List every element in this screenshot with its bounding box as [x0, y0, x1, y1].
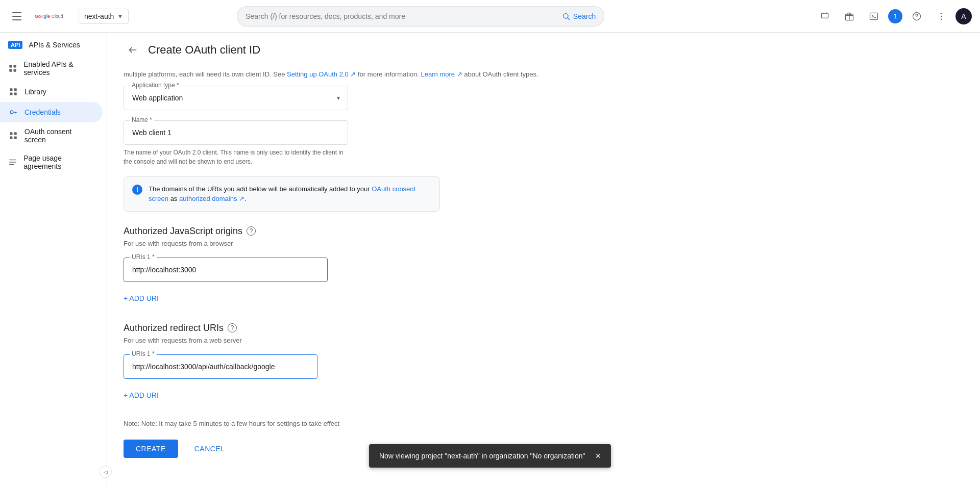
- svg-rect-21: [14, 88, 17, 91]
- api-badge: API: [8, 41, 22, 49]
- js-origins-add-uri-label: + ADD URI: [124, 294, 159, 302]
- js-origins-uri-input[interactable]: [124, 258, 328, 282]
- page-icon: [8, 157, 17, 167]
- page-header: Create OAuth client ID: [124, 41, 550, 59]
- main-layout: API APIs & Services Enabled APIs & servi…: [0, 33, 980, 488]
- project-name: next-auth: [84, 12, 114, 20]
- key-icon: [8, 107, 18, 117]
- name-hint: The name of your OAuth 2.0 client. This …: [124, 148, 348, 166]
- search-wrapper: Search: [237, 6, 604, 27]
- redirect-uris-input[interactable]: [124, 354, 317, 379]
- svg-line-2: [568, 18, 570, 20]
- svg-rect-28: [10, 132, 12, 135]
- sidebar-item-label: OAuth consent screen: [24, 127, 94, 144]
- search-input[interactable]: [237, 6, 554, 27]
- application-type-label: Application type *: [130, 82, 181, 89]
- account-circle[interactable]: 1: [888, 9, 902, 23]
- help-icon: [912, 11, 922, 21]
- application-type-select[interactable]: Web application Android Chrome App iOS T…: [124, 86, 348, 110]
- more-icon: [936, 11, 946, 21]
- hamburger-icon: [12, 10, 24, 22]
- name-label: Name *: [130, 116, 154, 123]
- terminal-icon: [869, 11, 879, 21]
- sidebar-collapse-toggle[interactable]: ◁: [100, 466, 112, 478]
- search-icon: [562, 12, 570, 20]
- svg-point-15: [941, 18, 942, 20]
- grid-icon: [8, 63, 17, 73]
- more-button[interactable]: [931, 6, 951, 27]
- section-spacer-2: [124, 403, 550, 420]
- info-icon: i: [132, 185, 142, 195]
- cancel-button[interactable]: CANCEL: [186, 440, 233, 458]
- back-button[interactable]: [124, 41, 142, 59]
- search-button[interactable]: Search: [554, 6, 604, 27]
- svg-point-24: [10, 111, 13, 114]
- js-origins-help-icon[interactable]: ?: [247, 226, 256, 236]
- svg-point-12: [916, 17, 917, 18]
- name-wrapper: Name *: [124, 120, 348, 145]
- gift-icon: [844, 11, 854, 21]
- notifications-icon: [820, 11, 830, 21]
- svg-rect-29: [14, 132, 16, 135]
- js-origins-uri-wrapper: URIs 1 *: [124, 258, 328, 282]
- sidebar-item-page-usage[interactable]: Page usage agreements: [0, 149, 103, 175]
- svg-rect-3: [821, 13, 828, 18]
- redirect-uris-add-uri-label: + ADD URI: [124, 391, 159, 399]
- notifications-button[interactable]: [815, 6, 835, 27]
- redirect-uris-wrapper: URIs 1 *: [124, 354, 328, 379]
- svg-rect-17: [14, 65, 16, 67]
- library-icon: [8, 87, 18, 97]
- svg-rect-16: [9, 65, 12, 67]
- sidebar-item-label: Enabled APIs & services: [23, 60, 94, 76]
- sidebar-item-enabled-apis[interactable]: Enabled APIs & services: [0, 55, 103, 82]
- sidebar-title: APIs & Services: [29, 41, 80, 49]
- hamburger-button[interactable]: [8, 6, 29, 27]
- google-cloud-logo: Google Cloud: [35, 10, 72, 22]
- sidebar-item-oauth-consent[interactable]: OAuth consent screen: [0, 122, 103, 149]
- topbar-right: 1 A: [815, 6, 972, 27]
- help-button[interactable]: [906, 6, 927, 27]
- content-area: Create OAuth client ID multiple platform…: [107, 33, 980, 488]
- page-title: Create OAuth client ID: [148, 43, 260, 57]
- svg-rect-20: [10, 88, 12, 91]
- js-origins-uri-label: URIs 1 *: [130, 253, 157, 261]
- svg-point-13: [941, 12, 942, 14]
- name-field: Name * The name of your OAuth 2.0 client…: [124, 120, 348, 166]
- redirect-uris-subtitle: For use with requests from a web server: [124, 337, 550, 344]
- redirect-uris-label: URIs 1 *: [130, 350, 157, 357]
- avatar[interactable]: A: [955, 8, 972, 24]
- toast-close-button[interactable]: ×: [596, 451, 601, 460]
- svg-point-14: [941, 15, 942, 17]
- project-selector[interactable]: next-auth ▼: [79, 9, 129, 24]
- terminal-button[interactable]: [864, 6, 884, 27]
- notice-text: The domains of the URIs you add below wi…: [149, 184, 431, 204]
- name-input[interactable]: [124, 120, 348, 145]
- redirect-uris-help-icon[interactable]: ?: [228, 323, 237, 332]
- svg-rect-23: [14, 93, 17, 95]
- sidebar-item-label: Page usage agreements: [23, 154, 94, 170]
- redirect-uris-title: Authorized redirect URIs ?: [124, 323, 550, 333]
- svg-rect-18: [9, 69, 12, 72]
- redirect-uris-add-uri-button[interactable]: + ADD URI: [124, 387, 159, 403]
- sidebar-item-credentials[interactable]: Credentials: [0, 102, 103, 122]
- js-origins-add-uri-button[interactable]: + ADD URI: [124, 290, 159, 306]
- google-cloud-svg: Google Cloud: [35, 10, 72, 22]
- learn-more-link[interactable]: Learn more ↗: [421, 70, 462, 78]
- sidebar-header: API APIs & Services: [0, 37, 107, 55]
- sidebar-item-library[interactable]: Library: [0, 82, 103, 102]
- content-inner: Create OAuth client ID multiple platform…: [107, 33, 567, 478]
- authorized-domains-link[interactable]: authorized domains ↗: [179, 195, 244, 202]
- intro-text: multiple platforms, each will need its o…: [124, 69, 550, 80]
- back-arrow-icon: [128, 45, 138, 55]
- application-type-wrapper: Application type * Web application Andro…: [124, 86, 348, 110]
- setting-up-oauth-link[interactable]: Setting up OAuth 2.0 ↗: [287, 70, 356, 78]
- section-spacer-1: [124, 306, 550, 323]
- create-button[interactable]: CREATE: [124, 440, 178, 458]
- svg-rect-19: [14, 69, 16, 72]
- chevron-down-icon: ▼: [117, 13, 123, 20]
- sidebar-item-label: Library: [24, 88, 46, 96]
- toast-text: Now viewing project "next-auth" in organ…: [379, 452, 585, 460]
- oauth-icon: [8, 131, 18, 141]
- note-text: Note: Note: It may take 5 minutes to a f…: [124, 420, 550, 427]
- gift-button[interactable]: [839, 6, 860, 27]
